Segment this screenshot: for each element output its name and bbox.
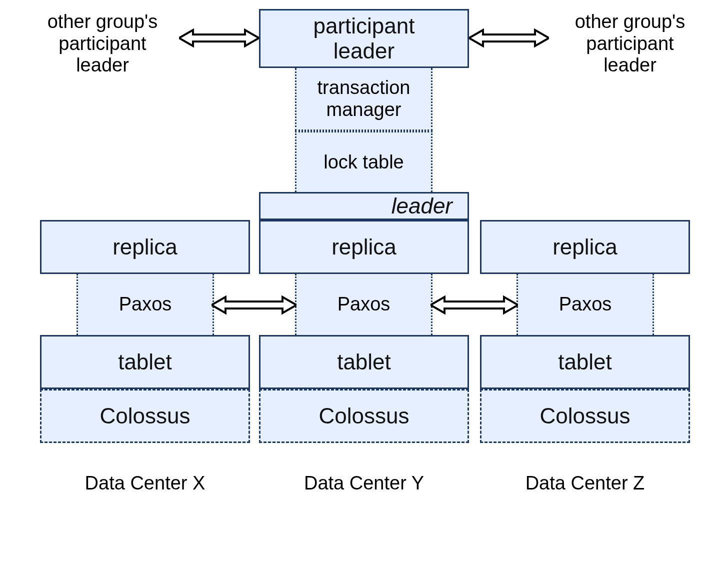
colossus-box-z: Colossus — [480, 389, 690, 443]
replica-box-z: replica — [480, 220, 690, 274]
colossus-box-y: Colossus — [259, 389, 469, 443]
paxos-text-y: Paxos — [338, 294, 390, 316]
dc-label-z: Data Center Z — [480, 472, 690, 494]
replica-box-y: replica — [259, 220, 469, 274]
colossus-text-x: Colossus — [100, 404, 190, 428]
leader-strip: leader — [259, 192, 469, 220]
arrow-right-top — [469, 28, 549, 48]
transaction-manager-text: transaction manager — [318, 77, 410, 120]
tablet-box-x: tablet — [40, 335, 250, 389]
other-group-left-label: other group's participant leader — [28, 11, 178, 76]
paxos-box-z: Paxos — [516, 274, 654, 335]
colossus-text-y: Colossus — [319, 404, 410, 428]
paxos-text-x: Paxos — [119, 294, 172, 316]
colossus-text-z: Colossus — [540, 404, 630, 428]
paxos-box-x: Paxos — [76, 274, 214, 335]
tablet-box-z: tablet — [480, 335, 690, 389]
replica-text-y: replica — [332, 234, 396, 260]
arrow-paxos-left — [212, 295, 296, 315]
other-group-right-label: other group's participant leader — [555, 11, 705, 76]
colossus-box-x: Colossus — [40, 389, 250, 443]
paxos-text-z: Paxos — [559, 294, 612, 316]
participant-leader-box: participant leader — [259, 9, 469, 68]
replica-text-x: replica — [112, 234, 178, 260]
dc-label-x: Data Center X — [40, 472, 250, 494]
arrow-paxos-right — [430, 295, 518, 315]
replica-text-z: replica — [552, 234, 618, 260]
tablet-text-z: tablet — [558, 350, 612, 374]
tablet-text-x: tablet — [118, 350, 172, 374]
arrow-left-top — [179, 28, 259, 48]
tablet-text-y: tablet — [337, 350, 391, 374]
replica-box-x: replica — [40, 220, 250, 274]
leader-strip-text: leader — [392, 194, 452, 218]
lock-table-text: lock table — [324, 152, 404, 174]
paxos-box-y: Paxos — [295, 274, 432, 335]
tablet-box-y: tablet — [259, 335, 469, 389]
transaction-manager-box: transaction manager — [295, 68, 432, 131]
lock-table-box: lock table — [295, 131, 432, 192]
dc-label-y: Data Center Y — [259, 472, 469, 494]
participant-leader-text: participant leader — [313, 14, 414, 64]
